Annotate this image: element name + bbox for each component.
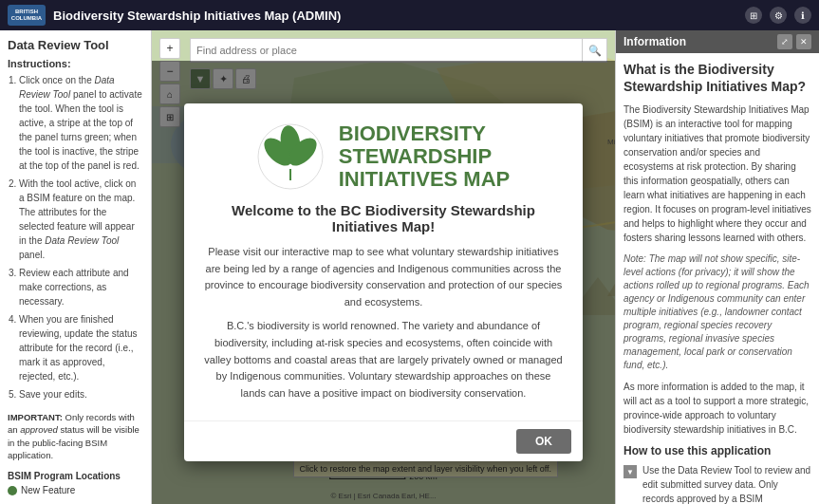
important-note: IMPORTANT: Only records with an approved… [8,411,143,461]
right-panel-content: What is the Biodiversity Stewardship Ini… [616,53,819,504]
bsim-section: BSIM Program Locations New Feature [8,471,143,495]
para1: The Biodiversity Stewardship Initiatives… [624,103,811,245]
how-to-text: Use the Data Review Tool to review and e… [642,463,811,504]
modal-title-line2: STEWARDSHIP [339,145,511,168]
modal-body: BIODIVERSITY STEWARDSHIP INITIATIVES MAP… [184,103,583,421]
instruction-3: Review each attribute and make correctio… [19,266,143,308]
search-button[interactable]: 🔍 [583,38,607,63]
main-layout: Data Review Tool Instructions: Click onc… [0,30,819,504]
modal-text2: B.C.'s biodiversity is world renowned. T… [203,318,564,401]
right-panel-header: Information ⤢ ✕ [616,30,819,53]
main-heading: What is the Biodiversity Stewardship Ini… [624,61,811,95]
leaf-icon [257,123,324,190]
bc-logo-text: BRITISH COLUMBIA [11,9,42,21]
modal-title-line1: BIODIVERSITY [339,122,511,145]
search-bar: 🔍 [190,38,607,63]
settings-icon[interactable]: ⚙ [770,7,787,24]
modal-text1: Please visit our interactive map to see … [203,244,564,310]
panel-title: Data Review Tool [8,38,143,52]
how-to-heading: How to use this application [624,444,811,457]
instruction-5: Save your edits. [19,387,143,401]
modal-logo-area: BIODIVERSITY STEWARDSHIP INITIATIVES MAP [203,122,564,192]
modal-title-block: BIODIVERSITY STEWARDSHIP INITIATIVES MAP [339,122,511,192]
info-label: Information [624,35,686,48]
instructions-label: Instructions: [8,58,143,69]
bc-logo: BRITISH COLUMBIA [8,5,46,26]
panel-header-buttons: ⤢ ✕ [777,34,811,49]
right-panel: Information ⤢ ✕ What is the Biodiversity… [615,30,819,504]
modal-heading: Welcome to the BC Biodiversity Stewardsh… [203,202,564,234]
app-header: BRITISH COLUMBIA Biodiversity Stewardshi… [0,0,819,30]
map-area[interactable]: Victoria Milligan + − ⌂ ⊞ 🔍 ▼ ✦ 🖨 [152,30,615,504]
app-title: Biodiversity Stewardship Initiatives Map… [53,9,737,23]
instruction-1: Click once on the Data Review Tool panel… [19,73,143,173]
para2: As more information is added to the map,… [624,380,811,437]
bsim-dot-label: New Feature [21,485,75,495]
modal-title-line3: INITIATIVES MAP [339,168,511,191]
info-icon[interactable]: ℹ [794,7,811,24]
resize-icon[interactable]: ⤢ [777,34,792,49]
use-tool-row: ▼ Use the Data Review Tool to review and… [624,463,811,504]
filter-icon-small: ▼ [624,465,637,478]
bsim-dot [8,486,17,495]
logo-area: BRITISH COLUMBIA [8,5,46,26]
bsim-section-title: BSIM Program Locations [8,471,143,481]
search-input[interactable] [190,38,583,63]
header-icons: ⊞ ⚙ ℹ [745,7,811,24]
instructions-list: Click once on the Data Review Tool panel… [8,73,143,405]
note-text: Note: The map will not show specific, si… [624,252,811,372]
left-panel: Data Review Tool Instructions: Click onc… [0,30,152,504]
modal-footer: OK [184,420,583,461]
modal: BIODIVERSITY STEWARDSHIP INITIATIVES MAP… [184,103,583,462]
instruction-4: When you are finished reviewing, update … [19,312,143,383]
close-panel-button[interactable]: ✕ [796,34,811,49]
zoom-in-button[interactable]: + [159,38,180,59]
grid-icon[interactable]: ⊞ [745,7,762,24]
instruction-2: With the tool active, click on a BSIM fe… [19,177,143,262]
bsim-dot-row: New Feature [8,485,143,495]
modal-overlay: BIODIVERSITY STEWARDSHIP INITIATIVES MAP… [152,61,615,504]
ok-button[interactable]: OK [516,429,571,454]
